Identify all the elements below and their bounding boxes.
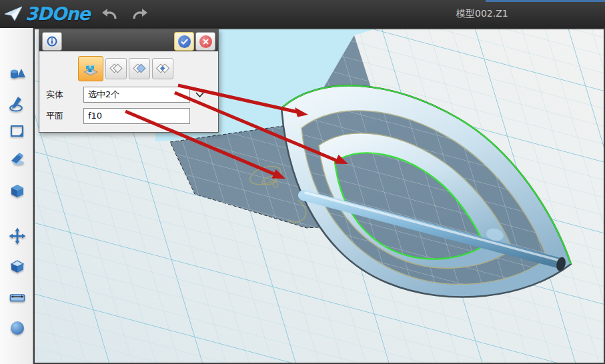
app-logo-text: 3DOne (25, 3, 90, 24)
solid-cube-icon[interactable] (8, 182, 27, 201)
mode-mirror-solid-button[interactable] (78, 56, 103, 81)
document-title: 模型002.Z1 (456, 8, 508, 20)
top-bar: 3DOne 模型002.Z1 (0, 0, 605, 28)
ok-button[interactable] (174, 32, 194, 51)
combine-box-icon[interactable] (8, 257, 27, 275)
primitives-icon[interactable] (8, 65, 27, 84)
mirror-solid-icon (82, 60, 99, 77)
measure-icon[interactable] (8, 287, 27, 306)
mirror-mode-toolbar (78, 56, 218, 81)
paper-plane-icon (4, 6, 23, 22)
close-button[interactable] (195, 32, 215, 51)
undo-icon (101, 7, 119, 21)
trim-icon[interactable] (8, 150, 27, 169)
sketch-pen-icon[interactable] (8, 95, 27, 113)
info-button[interactable] (42, 32, 62, 51)
window-accent-strip (486, 0, 605, 2)
plane-field-row: 平面 (46, 108, 218, 124)
mode-mirror-center-button[interactable] (152, 58, 173, 79)
undo-button[interactable] (99, 4, 121, 24)
entity-field-row: 实体 选中2个 (46, 87, 218, 103)
chevron-down-icon[interactable] (195, 92, 204, 98)
redo-icon (131, 7, 148, 21)
app-logo[interactable]: 3DOne (4, 3, 90, 24)
mirror-center-icon (155, 61, 170, 76)
tool-sidebar (0, 28, 33, 364)
material-sphere-icon[interactable] (8, 319, 27, 337)
entity-combobox[interactable]: 选中2个 (83, 87, 190, 103)
move-icon[interactable] (8, 227, 27, 245)
ok-check-icon (178, 35, 191, 48)
mirror-diamonds-icon (109, 61, 123, 76)
info-icon (47, 36, 57, 47)
plane-input[interactable] (83, 108, 190, 124)
dialog-titlebar (39, 30, 218, 51)
redo-button[interactable] (128, 4, 151, 24)
entity-label: 实体 (46, 89, 83, 101)
mode-mirror-diamonds-button[interactable] (105, 58, 127, 79)
mirror-copy-icon (132, 61, 147, 76)
mirror-command-dialog: 实体 选中2个 平面 (39, 29, 219, 133)
sketch-plane-icon[interactable] (8, 122, 27, 141)
plane-label: 平面 (46, 110, 83, 122)
close-x-icon (199, 35, 212, 48)
mode-mirror-copy-button[interactable] (129, 58, 150, 79)
